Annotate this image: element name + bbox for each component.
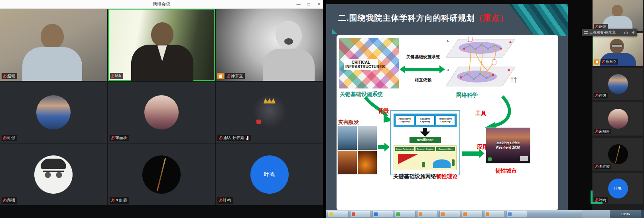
system-tray: 10:06 bbox=[582, 210, 644, 218]
theory-label: 关键基础设施网络韧性理论 bbox=[390, 173, 461, 180]
layout-grid-icon[interactable] bbox=[584, 31, 588, 34]
disaster-image-grid bbox=[337, 126, 377, 175]
video-tile[interactable]: 叶鸣 叶鸣 bbox=[216, 143, 323, 205]
taskbar-app-button[interactable] bbox=[372, 211, 393, 217]
video-tile-active-speaker[interactable]: MA bbox=[108, 9, 215, 81]
avatar bbox=[144, 95, 179, 130]
maximize-button[interactable]: □ bbox=[308, 0, 310, 9]
muted-mic-icon bbox=[3, 198, 6, 202]
sidebar-video-tile[interactable]: 赵锐 bbox=[593, 0, 643, 31]
participant-name-label: 许强 bbox=[594, 93, 608, 98]
application-arrow bbox=[462, 151, 479, 156]
participant-name-label: 李红霞 bbox=[594, 164, 611, 169]
app-icon bbox=[441, 212, 445, 216]
participant-name: 徐东立 bbox=[606, 59, 616, 64]
minimize-button[interactable]: — bbox=[297, 0, 301, 9]
meeting-window: 腾讯会议 — □ ✕ 赵锐 bbox=[0, 0, 323, 218]
app-icon bbox=[508, 212, 512, 216]
participant-name: 徐东立 bbox=[231, 74, 243, 79]
avatar bbox=[36, 95, 71, 130]
avatar-text: 叶鸣 bbox=[614, 186, 622, 191]
performance-band: System Performance Recovery Duration Rec… bbox=[394, 145, 457, 170]
viewing-share-banner[interactable]: 正在观看-徐东立 bbox=[582, 29, 637, 36]
hand-raised-icon bbox=[217, 73, 224, 79]
participant-name: 宋丽桥 bbox=[599, 129, 610, 134]
video-tile[interactable]: 通话-孙伟娟 bbox=[216, 82, 323, 143]
app-icon bbox=[396, 212, 400, 216]
participant-name: 段强 bbox=[7, 198, 15, 203]
video-tile[interactable]: 宋丽桥 bbox=[108, 82, 215, 143]
link-arrow-bottom-label: 相互依赖 bbox=[400, 77, 447, 83]
resilient-city-label: 韧性城市 bbox=[495, 167, 517, 175]
taskbar-app-button[interactable] bbox=[395, 211, 416, 217]
recovery-curve bbox=[433, 159, 451, 168]
participant-name: 李红霞 bbox=[599, 164, 610, 169]
down-arrow-icon bbox=[420, 128, 430, 137]
sidebar-video-tile-active-speaker[interactable]: 徐东立 bbox=[593, 33, 643, 66]
divider bbox=[630, 30, 630, 35]
participant-name-label: 宋丽桥 bbox=[594, 129, 611, 134]
muted-mic-icon bbox=[226, 74, 230, 78]
collage-title: CRITICAL INFRASTRUCTURES bbox=[344, 59, 378, 70]
muted-mic-icon bbox=[111, 74, 114, 78]
muted-mic-icon bbox=[3, 136, 6, 140]
avatar-initials: 叶鸣 bbox=[250, 155, 289, 194]
close-button[interactable]: ✕ bbox=[317, 0, 321, 9]
sidebar-video-tile[interactable]: 宋丽桥 bbox=[593, 102, 643, 136]
muted-mic-icon bbox=[595, 25, 598, 29]
show-desktop-button[interactable] bbox=[641, 210, 644, 218]
avatar-text: 叶鸣 bbox=[264, 171, 275, 178]
share-border-corner bbox=[591, 191, 603, 204]
taskbar-app-button[interactable] bbox=[484, 211, 505, 217]
participant-name-label: 徐东立 bbox=[601, 59, 618, 65]
muted-mic-icon bbox=[3, 74, 6, 78]
muted-mic-icon bbox=[595, 130, 598, 134]
participant-name-label: MA bbox=[110, 73, 123, 79]
participant-name-label: 许强 bbox=[2, 135, 17, 141]
slide-content-panel: CRITICAL INFRASTRUCTURES 关键基础设施系统 关键基础设施… bbox=[337, 35, 558, 210]
muted-mic-icon bbox=[601, 60, 605, 64]
disaster-label: 灾害频发 bbox=[338, 119, 359, 126]
avatar bbox=[608, 109, 628, 129]
taskbar-app-button[interactable] bbox=[439, 211, 460, 217]
shared-slide: 二.围绕我院主体学科方向的科研规划（重点） CRITICAL INFRASTRU… bbox=[326, 4, 568, 210]
participant-video bbox=[41, 24, 64, 49]
video-tile[interactable]: 段强 bbox=[0, 143, 107, 205]
participant-name: 宋丽桥 bbox=[115, 136, 127, 140]
taskbar-app-button[interactable] bbox=[328, 211, 349, 217]
capacity-box: Adaptive Capacity bbox=[416, 116, 435, 125]
performance-loss-triangle bbox=[398, 154, 419, 164]
participant-name: 李红霞 bbox=[115, 198, 127, 203]
tool-label: 工具 bbox=[475, 110, 486, 117]
participant-name-label: 李红霞 bbox=[110, 197, 129, 204]
meeting-titlebar[interactable]: 腾讯会议 — □ ✕ bbox=[0, 0, 323, 9]
participant-name: 许强 bbox=[599, 93, 606, 98]
sidebar-video-tile[interactable]: 许强 bbox=[593, 68, 643, 100]
taskbar-app-button[interactable] bbox=[417, 211, 438, 217]
resilience-framework-diagram: Absorptive Capacity Adaptive Capacity Re… bbox=[390, 110, 460, 175]
capacity-box: Absorptive Capacity bbox=[395, 116, 414, 125]
resilient-cities-poster: Making Cities Resilient 2030 bbox=[486, 128, 530, 163]
muted-mic-icon bbox=[595, 165, 598, 169]
taskbar-app-button[interactable] bbox=[350, 211, 371, 217]
speaker-icon[interactable] bbox=[632, 31, 635, 34]
app-icon bbox=[419, 212, 422, 216]
app-icon bbox=[329, 212, 333, 216]
performance-bar: Recovery Duration bbox=[416, 147, 435, 151]
avatar bbox=[142, 155, 181, 194]
muted-mic-icon bbox=[219, 198, 222, 202]
tray-icons[interactable] bbox=[582, 210, 610, 218]
windows-taskbar: 10:06 bbox=[326, 210, 644, 218]
muted-mic-icon bbox=[111, 136, 114, 140]
video-tile[interactable]: 许强 bbox=[0, 82, 107, 143]
video-tile[interactable]: 李红霞 bbox=[108, 143, 215, 205]
sidebar-video-tile[interactable]: 李红霞 bbox=[593, 138, 643, 171]
taskbar-clock[interactable]: 10:06 bbox=[610, 210, 641, 218]
video-tile[interactable]: 徐东立 bbox=[216, 9, 323, 81]
disaster-image bbox=[358, 126, 377, 150]
taskbar-app-button[interactable] bbox=[506, 211, 527, 217]
taskbar-app-button[interactable] bbox=[462, 211, 483, 217]
critical-infrastructure-collage: CRITICAL INFRASTRUCTURES bbox=[339, 38, 399, 88]
screen: 腾讯会议 — □ ✕ 赵锐 bbox=[0, 0, 644, 218]
video-tile[interactable]: 赵锐 bbox=[0, 9, 107, 81]
